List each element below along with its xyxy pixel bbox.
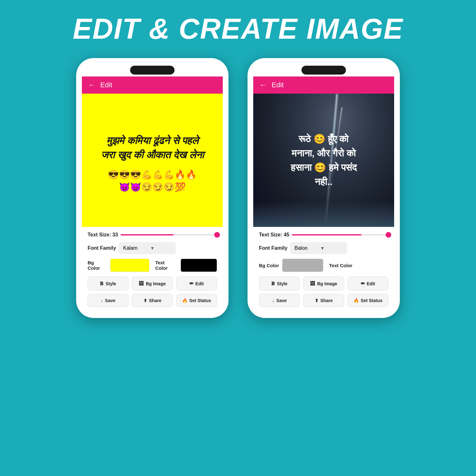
phone1-style-icon: 𝐁 [100,281,103,287]
phone2-app-title: Edit [272,81,284,89]
phone1-text-color-label: Text Color [155,260,177,271]
phone1-edit-label: Edit [195,281,204,286]
phone2-slider-thumb[interactable] [386,232,391,238]
phone1-slider-container[interactable] [121,234,217,235]
phone1-notch [82,64,223,76]
phone1-text-color-swatch[interactable] [181,259,217,272]
phone1-bg-color-swatch[interactable] [110,259,150,272]
phone1-image-area: मुझमे कमिया ढूंढने से पहले जरा खुद की औक… [82,94,223,227]
phone2-save-label: Save [276,298,287,303]
phone2-slider-track [292,234,388,235]
phone1-share-icon: ⬆ [143,298,147,303]
phone1-back-button[interactable]: ← [88,81,95,89]
phone2-text-color-label: Text Color [329,263,352,268]
phone2-font-family-row: Font Family Baloo ▼ [259,242,388,254]
phone1-edit-button[interactable]: ✏ Edit [176,276,217,291]
phone2-set-status-label: Set Status [361,298,382,303]
phone2-back-button[interactable]: ← [260,81,267,89]
phone1-action-row1: 𝐁 Style 🖼 Bg Image ✏ Edit [88,276,217,291]
phone1-text-size-row: Text Size: 33 [88,232,217,238]
phone2-edit-label: Edit [367,281,375,286]
phone2-horizon-glow [253,202,394,227]
phone2-style-label: Style [277,281,287,286]
phone1-font-value: Kalam [123,245,137,251]
phone1-notch-bar [130,66,175,75]
phone2-share-icon: ⬆ [315,298,319,303]
phone1-save-label: Save [105,298,116,303]
phone-2: ← Edit रूठे 😊 हूँए को मनाना, और गैरो को … [248,58,400,318]
phone1-bg-image-label: Bg Image [146,281,166,286]
phone1-bg-image-icon: 🖼 [139,281,144,287]
phone1-share-label: Share [149,298,162,303]
phone1-font-label: Font Family [88,245,116,251]
phone2-action-row2: ↓ Save ⬆ Share 🔥 Set Status [259,294,388,307]
phone2-bg-image-button[interactable]: 🖼 Bg Image [303,276,344,291]
phone2-edit-button[interactable]: ✏ Edit [347,276,388,291]
phone2-set-status-button[interactable]: 🔥 Set Status [347,294,388,307]
phone2-style-button[interactable]: 𝐁 Style [259,276,300,291]
phone1-style-button[interactable]: 𝐁 Style [88,276,129,291]
phone2-text-size-row: Text Size: 45 [259,232,388,238]
phone2-slider-container[interactable] [292,234,388,235]
phone2-font-label: Font Family [259,245,288,251]
phone1-font-dropdown[interactable]: Kalam ▼ [119,242,176,254]
phone1-controls: Text Size: 33 Font Family Kalam [82,227,223,312]
phone2-slider-fill [292,234,361,235]
phone2-action-row1: 𝐁 Style 🖼 Bg Image ✏ Edit [259,276,388,291]
phone2-text-size-label: Text Size: 45 [259,232,289,238]
phone1-slider-track [121,234,217,235]
phone2-notch-bar [301,66,346,75]
phone1-dropdown-arrow: ▼ [150,246,155,251]
phone2-share-button[interactable]: ⬆ Share [303,294,344,307]
phone2-share-label: Share [321,298,333,303]
phone1-bg-image-button[interactable]: 🖼 Bg Image [132,276,173,291]
phone1-slider-thumb[interactable] [214,232,220,238]
phone1-save-icon: ↓ [101,298,103,303]
phone1-action-row2: ↓ Save ⬆ Share 🔥 Set Status [88,294,217,307]
phone2-hindi-text: रूठे 😊 हूँए को मनाना, और गैरो को हसाना 😊… [284,125,363,195]
phone2-style-icon: 𝐁 [271,281,275,287]
phone2-color-row: Bg Color Text Color [259,259,388,272]
phone2-notch [253,64,394,76]
phone2-edit-icon: ✏ [361,281,365,287]
phone1-share-button[interactable]: ⬆ Share [132,294,173,307]
phone2-save-icon: ↓ [272,298,274,303]
phones-container: ← Edit मुझमे कमिया ढूंढने से पहले जरा खु… [76,58,400,318]
phone1-app-title: Edit [100,81,112,89]
phone1-style-label: Style [105,281,116,286]
phone1-set-status-icon: 🔥 [182,298,188,303]
phone1-set-status-button[interactable]: 🔥 Set Status [176,294,217,307]
phone1-app-bar: ← Edit [82,76,223,94]
phone2-bg-color-swatch[interactable] [282,259,323,272]
phone2-bg-image-icon: 🖼 [310,281,315,287]
phone1-set-status-label: Set Status [189,298,211,303]
phone1-font-family-row: Font Family Kalam ▼ [88,242,217,254]
phone1-bg-color-label: Bg Color [88,260,107,271]
phone1-edit-icon: ✏ [189,281,194,287]
phone2-dropdown-arrow: ▼ [320,246,325,251]
phone2-set-status-icon: 🔥 [354,298,359,303]
phone2-image-area: रूठे 😊 हूँए को मनाना, और गैरो को हसाना 😊… [253,94,394,227]
phone2-save-button[interactable]: ↓ Save [259,294,300,307]
phone2-font-dropdown[interactable]: Baloo ▼ [290,242,347,254]
phone2-app-bar: ← Edit [253,76,394,94]
phone2-font-value: Baloo [294,245,307,251]
phone1-hindi-text: मुझमे कमिया ढूंढने से पहले जरा खुद की औक… [95,127,210,169]
phone1-text-size-label: Text Size: 33 [88,232,118,238]
phone-1: ← Edit मुझमे कमिया ढूंढने से पहले जरा खु… [76,58,228,318]
phone2-bg-image-label: Bg Image [317,281,337,286]
phone1-slider-fill [121,234,174,235]
phone1-emojis: 😎😎😎💪💪💪🔥🔥 👿👿😏😏😏💯 [95,169,210,193]
phone2-bg-color-label: Bg Color [259,263,279,268]
phone1-save-button[interactable]: ↓ Save [88,294,129,307]
phone1-color-row: Bg Color Text Color [88,259,217,272]
page-title: EDIT & CREATE IMAGE [73,13,403,45]
phone2-controls: Text Size: 45 Font Family Baloo [253,227,394,312]
